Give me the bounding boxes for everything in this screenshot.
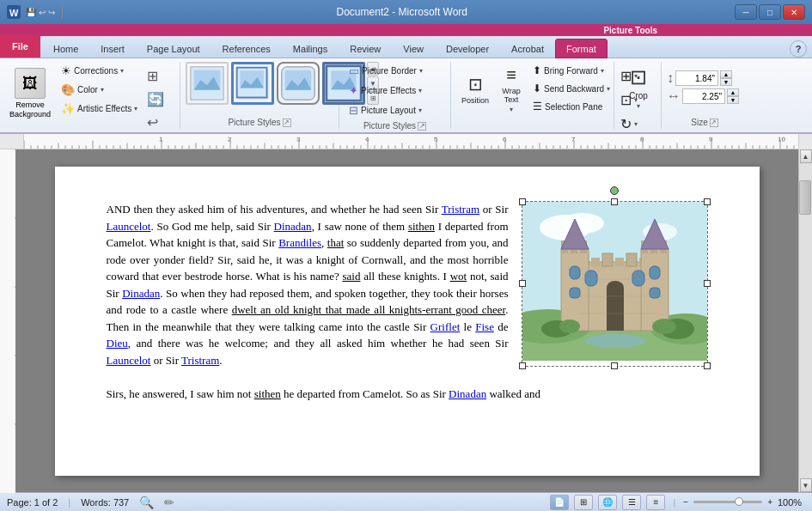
status-right: 📄 ⊞ 🌐 ☰ ≡ | − + 100%	[550, 495, 805, 510]
print-layout-view-button[interactable]: 📄	[550, 495, 569, 510]
handle-bm[interactable]	[611, 362, 618, 369]
handle-br[interactable]	[704, 362, 711, 369]
picture-style-2[interactable]	[231, 62, 274, 105]
horizontal-ruler	[24, 134, 798, 149]
corrections-button[interactable]: ☀ Corrections ▾	[57, 62, 143, 80]
picture-border-button[interactable]: ▭ Picture Border ▾	[345, 62, 427, 80]
handle-ml[interactable]	[519, 280, 526, 287]
handle-tm[interactable]	[611, 198, 618, 205]
adjust-group-content: 🖼 RemoveBackground ☀ Corrections ▾ 🎨 Col…	[5, 62, 174, 133]
vertical-scrollbar[interactable]: ▲ ▼	[798, 149, 812, 492]
ribbon-tabs: File Home Insert Page Layout References …	[0, 36, 812, 58]
tab-page-layout[interactable]: Page Layout	[136, 39, 211, 58]
handle-mr[interactable]	[704, 280, 711, 287]
picture-layout-button[interactable]: ⊟ Picture Layout ▾	[345, 101, 427, 119]
picture-options-label-row: Picture Styles ↗	[345, 119, 445, 132]
selection-pane-button[interactable]: ☰ Selection Pane	[528, 98, 614, 115]
color-button[interactable]: 🎨 Color ▾	[57, 81, 143, 99]
crop-arrow: ▾	[637, 102, 640, 110]
word-count-icon[interactable]: ✏	[164, 496, 174, 509]
svg-point-51	[585, 334, 645, 348]
svg-rect-43	[632, 271, 644, 286]
draft-view-button[interactable]: ≡	[646, 495, 665, 510]
svg-point-13	[561, 213, 604, 234]
artistic-effects-dropdown-arrow: ▾	[134, 105, 137, 113]
outline-view-button[interactable]: ☰	[622, 495, 641, 510]
picture-effects-button[interactable]: ✦ Picture Effects ▾	[345, 82, 427, 100]
castle-image	[522, 202, 707, 361]
artistic-effects-button[interactable]: ✨ Artistic Effects ▾	[57, 100, 143, 118]
vertical-ruler	[0, 149, 15, 492]
height-down-button[interactable]: ▼	[720, 78, 732, 86]
tab-format[interactable]: Format	[555, 39, 607, 58]
width-spinner-buttons: ▲ ▼	[727, 88, 739, 104]
spelling-icon[interactable]: 🔍	[139, 496, 154, 509]
send-backward-arrow: ▾	[607, 85, 610, 93]
tab-mailings[interactable]: Mailings	[282, 39, 339, 58]
picture-tools-band: Picture Tools	[0, 24, 812, 36]
selected-image[interactable]	[522, 201, 708, 367]
remove-background-button[interactable]: 🖼 RemoveBackground	[5, 64, 55, 124]
tab-home[interactable]: Home	[42, 39, 89, 58]
svg-rect-21	[602, 253, 613, 266]
svg-point-50	[652, 319, 676, 334]
height-up-button[interactable]: ▲	[720, 70, 732, 78]
handle-bl[interactable]	[519, 362, 526, 369]
width-input[interactable]: 2.25"	[682, 88, 725, 104]
page-container: AND then they asked him of his adventure…	[15, 149, 798, 492]
zoom-plus-button[interactable]: +	[767, 497, 772, 507]
height-spinner-row: ↕ 1.84" ▲ ▼	[667, 70, 739, 86]
picture-options-expand[interactable]: ↗	[418, 122, 426, 131]
paragraph-2: Sirs, he answered, I saw him not sithen …	[107, 386, 708, 403]
scroll-thumb[interactable]	[799, 180, 811, 215]
height-input[interactable]: 1.84"	[675, 70, 718, 86]
bring-forward-button[interactable]: ⬆ Bring Forward ▾	[528, 62, 614, 79]
ribbon-group-size: ↕ 1.84" ▲ ▼ ↔ 2.25" ▲ ▼ Size	[662, 62, 748, 129]
width-down-button[interactable]: ▼	[727, 96, 739, 104]
picture-styles-label-row: Picture Styles ↗	[186, 116, 333, 129]
picture-style-3[interactable]	[277, 62, 320, 105]
position-button[interactable]: ⊡ Position	[456, 62, 494, 117]
width-up-button[interactable]: ▲	[727, 88, 739, 96]
handle-tl[interactable]	[519, 198, 526, 205]
size-expand[interactable]: ↗	[710, 119, 718, 127]
scroll-up-button[interactable]: ▲	[800, 149, 812, 163]
picture-styles-content: ▲ ▼ ⊞	[186, 62, 333, 116]
svg-point-49	[559, 319, 580, 333]
crop-button[interactable]: ⊡ Crop ▾	[620, 62, 657, 113]
handle-tr[interactable]	[704, 198, 711, 205]
rotate-handle[interactable]	[610, 186, 619, 195]
help-button[interactable]: ?	[790, 40, 807, 58]
document-area: AND then they asked him of his adventure…	[0, 149, 812, 492]
tab-acrobat[interactable]: Acrobat	[500, 39, 555, 58]
ruler-canvas	[24, 134, 798, 149]
crop-content: ⊡ Crop ▾	[620, 62, 656, 125]
close-button[interactable]: ✕	[783, 4, 805, 20]
picture-styles-expand[interactable]: ↗	[283, 119, 291, 127]
page[interactable]: AND then they asked him of his adventure…	[55, 167, 760, 476]
tab-review[interactable]: Review	[339, 39, 392, 58]
full-screen-view-button[interactable]: ⊞	[574, 495, 593, 510]
tab-references[interactable]: References	[211, 39, 282, 58]
picture-border-arrow: ▾	[419, 67, 423, 75]
ribbon-group-arrange: ⊡ Position ≡ WrapText ▾ ⬆ Bring Forward …	[451, 62, 614, 129]
tab-insert[interactable]: Insert	[89, 39, 136, 58]
zoom-level: 100%	[778, 497, 805, 508]
wrap-text-button[interactable]: ≡ WrapText ▾	[496, 62, 527, 117]
tab-file[interactable]: File	[0, 35, 40, 58]
zoom-slider[interactable]	[693, 496, 762, 508]
picture-effects-arrow: ▾	[418, 87, 422, 94]
tab-developer[interactable]: Developer	[435, 39, 500, 58]
web-layout-view-button[interactable]: 🌐	[598, 495, 617, 510]
send-backward-button[interactable]: ⬇ Send Backward ▾	[528, 80, 614, 97]
maximize-button[interactable]: □	[759, 4, 781, 20]
scroll-down-button[interactable]: ▼	[800, 478, 812, 492]
picture-style-1[interactable]	[186, 62, 229, 105]
zoom-minus-button[interactable]: −	[683, 497, 688, 507]
zoom-thumb[interactable]	[735, 497, 743, 506]
svg-rect-20	[591, 258, 600, 266]
minimize-button[interactable]: ─	[735, 4, 757, 20]
tab-view[interactable]: View	[392, 39, 435, 58]
height-spinner-buttons: ▲ ▼	[720, 70, 732, 86]
ribbon-group-picture-options: ▭ Picture Border ▾ ✦ Picture Effects ▾ ⊟…	[339, 62, 451, 129]
